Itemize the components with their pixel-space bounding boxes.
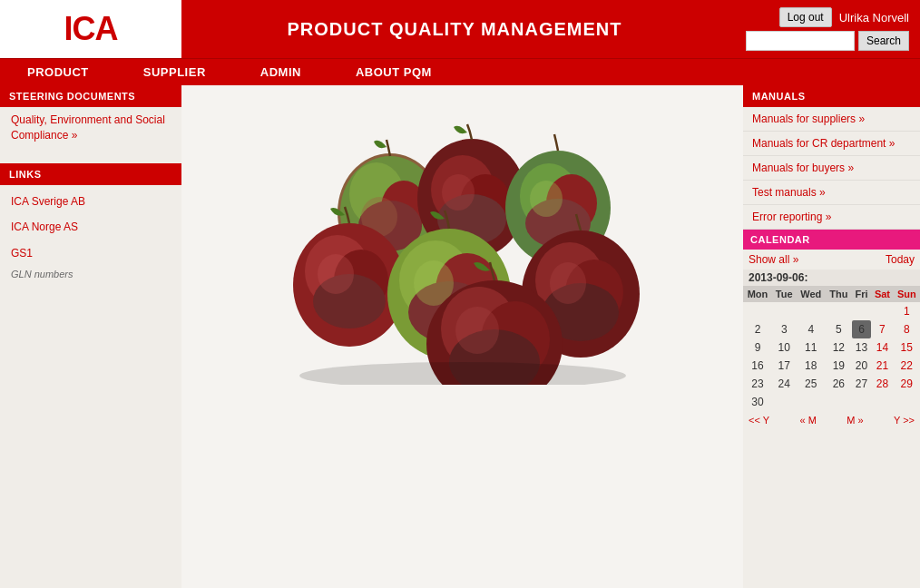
cal-cell[interactable]: 17 — [772, 357, 797, 375]
nav-about-pqm[interactable]: ABOUT PQM — [328, 59, 459, 85]
cal-cell[interactable]: 30 — [743, 393, 772, 411]
main-layout: STEERING DOCUMENTS Quality, Environment … — [0, 85, 920, 588]
cal-day-fri: Fri — [852, 286, 872, 302]
cal-prev-month[interactable]: « M — [799, 415, 816, 426]
cal-next-year[interactable]: Y >> — [894, 415, 915, 426]
cal-cell — [772, 393, 797, 411]
cal-cell[interactable]: 4 — [797, 320, 827, 338]
cal-cell[interactable]: 22 — [894, 357, 920, 375]
cal-cell[interactable]: 20 — [852, 357, 872, 375]
navbar: PRODUCT SUPPLIER ADMIN ABOUT PQM — [0, 58, 920, 85]
title-area: PRODUCT QUALITY MANAGEMENT — [181, 0, 728, 58]
cal-cell[interactable]: 29 — [894, 375, 920, 393]
manuals-test-link[interactable]: Test manuals » — [743, 181, 920, 205]
calendar-show-all[interactable]: Show all » — [749, 253, 798, 266]
logout-button[interactable]: Log out — [779, 7, 832, 27]
cal-cell[interactable]: 16 — [743, 357, 772, 375]
page-title: PRODUCT QUALITY MANAGEMENT — [288, 19, 622, 40]
cal-cell[interactable]: 3 — [772, 320, 797, 338]
cal-cell[interactable]: 2 — [743, 320, 772, 338]
svg-point-36 — [299, 362, 626, 385]
steering-docs-link[interactable]: Quality, Environment and Social Complian… — [0, 107, 181, 149]
cal-day-sun: Sun — [894, 286, 920, 302]
manuals-buyers-link[interactable]: Manuals for buyers » — [743, 156, 920, 181]
cal-day-thu: Thu — [826, 286, 852, 302]
manuals-cr-link[interactable]: Manuals for CR department » — [743, 132, 920, 156]
nav-product[interactable]: PRODUCT — [0, 59, 116, 85]
cal-day-sat: Sat — [871, 286, 893, 302]
cal-cell[interactable]: 26 — [826, 375, 852, 393]
cal-cell[interactable]: 9 — [743, 338, 772, 357]
cal-cell[interactable]: 14 — [871, 338, 893, 357]
calendar-controls: Show all » Today — [743, 250, 920, 270]
cal-cell — [772, 302, 797, 320]
search-button[interactable]: Search — [858, 31, 909, 51]
calendar-title: CALENDAR — [750, 234, 810, 245]
calendar-date-display: 2013-09-06: — [743, 270, 920, 286]
svg-point-10 — [442, 174, 475, 211]
cal-cell[interactable]: 6 — [852, 320, 872, 338]
cal-cell[interactable]: 21 — [871, 357, 893, 375]
calendar-today-btn[interactable]: Today — [886, 253, 915, 266]
cal-cell[interactable]: 10 — [772, 338, 797, 357]
cal-day-wed: Wed — [797, 286, 827, 302]
cal-cell[interactable]: 27 — [852, 375, 872, 393]
logo-area: ICA — [0, 0, 181, 58]
header-right: Log out Ulrika Norvell Search — [728, 0, 920, 58]
cal-cell — [743, 302, 772, 320]
cal-cell — [826, 302, 852, 320]
cal-cell[interactable]: 8 — [894, 320, 920, 338]
sidebar-link-ica-sverige[interactable]: ICA Sverige AB — [0, 189, 181, 215]
cal-cell[interactable]: 19 — [826, 357, 852, 375]
right-panel: MANUALS Manuals for suppliers » Manuals … — [743, 85, 920, 588]
cal-cell[interactable]: 24 — [772, 375, 797, 393]
sidebar: STEERING DOCUMENTS Quality, Environment … — [0, 85, 181, 588]
steering-docs-title: STEERING DOCUMENTS — [0, 85, 181, 107]
cal-cell — [797, 393, 827, 411]
gs1-sublabel: GLN numbers — [0, 267, 181, 285]
cal-prev-year[interactable]: << Y — [749, 415, 769, 426]
manuals-suppliers-link[interactable]: Manuals for suppliers » — [743, 107, 920, 132]
cal-cell[interactable]: 28 — [871, 375, 893, 393]
calendar-nav: << Y « M M » Y >> — [743, 411, 920, 429]
cal-cell[interactable]: 7 — [871, 320, 893, 338]
cal-cell[interactable]: 13 — [852, 338, 872, 357]
cal-cell — [852, 393, 872, 411]
cal-cell[interactable]: 25 — [797, 375, 827, 393]
cal-cell — [871, 393, 893, 411]
calendar-table: Mon Tue Wed Thu Fri Sat Sun 123456789101… — [743, 286, 920, 411]
cal-cell — [826, 393, 852, 411]
username-display: Ulrika Norvell — [839, 11, 909, 24]
cal-cell[interactable]: 5 — [826, 320, 852, 338]
manuals-title: MANUALS — [743, 85, 920, 107]
manuals-error-reporting-link[interactable]: Error reporting » — [743, 205, 920, 230]
svg-point-20 — [318, 254, 354, 294]
svg-point-30 — [550, 262, 586, 304]
header-top-right: Log out Ulrika Norvell — [779, 7, 909, 27]
svg-point-15 — [530, 181, 563, 217]
cal-cell — [852, 302, 872, 320]
nav-supplier[interactable]: SUPPLIER — [116, 59, 233, 85]
logo: ICA — [64, 10, 118, 48]
svg-point-35 — [455, 307, 499, 354]
cal-cell — [797, 302, 827, 320]
header: ICA PRODUCT QUALITY MANAGEMENT Log out U… — [0, 0, 920, 58]
links-title: LINKS — [0, 163, 181, 185]
cal-cell[interactable]: 15 — [894, 338, 920, 357]
cal-cell[interactable]: 11 — [797, 338, 827, 357]
fruit-image — [272, 94, 653, 385]
cal-cell — [871, 302, 893, 320]
cal-cell[interactable]: 1 — [894, 302, 920, 320]
cal-cell — [894, 393, 920, 411]
sidebar-link-gs1[interactable]: GS1 — [0, 240, 181, 267]
search-input[interactable] — [746, 31, 855, 51]
cal-day-tue: Tue — [772, 286, 797, 302]
cal-cell[interactable]: 18 — [797, 357, 827, 375]
cal-cell[interactable]: 23 — [743, 375, 772, 393]
cal-curr-month[interactable]: M » — [847, 415, 863, 426]
cal-day-mon: Mon — [743, 286, 772, 302]
search-row: Search — [739, 31, 909, 51]
sidebar-link-ica-norge[interactable]: ICA Norge AS — [0, 214, 181, 240]
nav-admin[interactable]: ADMIN — [233, 59, 328, 85]
cal-cell[interactable]: 12 — [826, 338, 852, 357]
